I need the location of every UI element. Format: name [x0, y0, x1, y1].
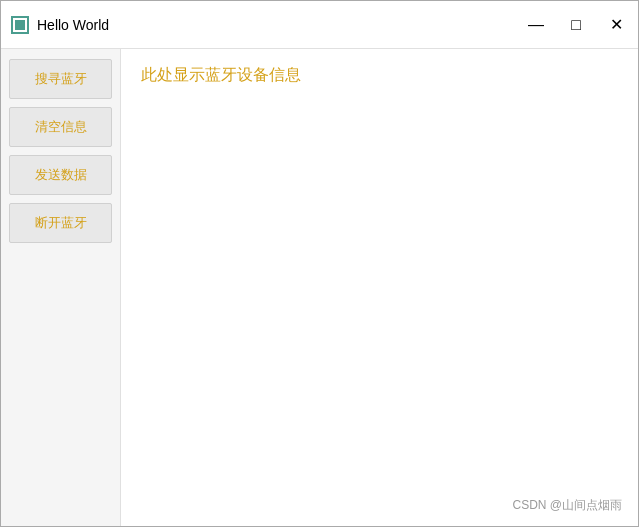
title-bar: Hello World — □ ✕ [1, 1, 638, 49]
bluetooth-info-label: 此处显示蓝牙设备信息 [141, 66, 301, 83]
maximize-button[interactable]: □ [564, 13, 588, 37]
window-body: 搜寻蓝牙 清空信息 发送数据 断开蓝牙 此处显示蓝牙设备信息 CSDN @山间点… [1, 49, 638, 526]
disconnect-bluetooth-button[interactable]: 断开蓝牙 [9, 203, 112, 243]
clear-info-button[interactable]: 清空信息 [9, 107, 112, 147]
app-icon [11, 16, 29, 34]
close-button[interactable]: ✕ [604, 13, 628, 37]
main-content: 此处显示蓝牙设备信息 CSDN @山间点烟雨 [121, 49, 638, 526]
watermark: CSDN @山间点烟雨 [512, 497, 622, 514]
window-controls: — □ ✕ [524, 13, 628, 37]
main-window: Hello World — □ ✕ 搜寻蓝牙 清空信息 发送数据 断开蓝牙 此处… [0, 0, 639, 527]
window-title: Hello World [37, 17, 524, 33]
svg-rect-2 [15, 20, 25, 30]
search-bluetooth-button[interactable]: 搜寻蓝牙 [9, 59, 112, 99]
minimize-button[interactable]: — [524, 13, 548, 37]
send-data-button[interactable]: 发送数据 [9, 155, 112, 195]
sidebar: 搜寻蓝牙 清空信息 发送数据 断开蓝牙 [1, 49, 121, 526]
